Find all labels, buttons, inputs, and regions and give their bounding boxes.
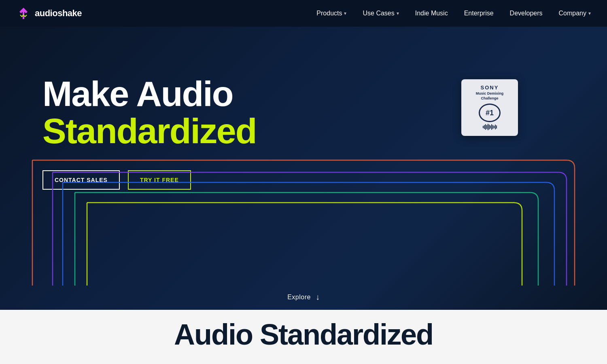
nav-link-developers[interactable]: Developers (510, 10, 543, 17)
sony-badge-rank: #1 (486, 109, 494, 117)
sony-badge-subtitle: Music Demixing (476, 91, 504, 95)
arrow-down-icon: ↓ (316, 292, 320, 302)
sony-badge: SONY Music Demixing Challenge #1 (461, 79, 518, 136)
logo[interactable]: audioshake (16, 6, 82, 21)
sony-badge-subtitle2: Challenge (481, 96, 498, 100)
chevron-down-icon: ▾ (397, 11, 399, 16)
hero-section: Make Audio Standardized CONTACT SALES TR… (0, 27, 607, 310)
explore-button[interactable]: Explore ↓ (287, 292, 320, 302)
contact-sales-button[interactable]: CONTACT SALES (42, 170, 120, 190)
nav-link-indie-music[interactable]: Indie Music (415, 10, 448, 17)
bottom-section: Audio Standardized (0, 310, 607, 364)
nav-item-enterprise[interactable]: Enterprise (464, 10, 494, 17)
nav-link-use-cases[interactable]: Use Cases ▾ (363, 10, 399, 17)
nav-links: Products ▾ Use Cases ▾ Indie Music Enter… (316, 10, 591, 17)
try-free-button[interactable]: TRY IT FREE (128, 170, 191, 190)
nav-item-use-cases[interactable]: Use Cases ▾ (363, 10, 399, 17)
nav-link-company[interactable]: Company ▾ (559, 10, 591, 17)
nav-item-company[interactable]: Company ▾ (559, 10, 591, 17)
logo-text: audioshake (35, 8, 82, 19)
headline-accent: Standardized (42, 111, 257, 151)
navigation: audioshake Products ▾ Use Cases ▾ Indie … (0, 0, 607, 27)
sony-badge-circle: #1 (479, 104, 501, 122)
nav-item-developers[interactable]: Developers (510, 10, 543, 17)
nav-item-indie-music[interactable]: Indie Music (415, 10, 448, 17)
nav-link-products[interactable]: Products ▾ (316, 10, 346, 17)
nav-item-products[interactable]: Products ▾ (316, 10, 346, 17)
bottom-title: Audio Standardized (174, 318, 433, 351)
sony-waveform (483, 124, 497, 130)
chevron-down-icon: ▾ (588, 11, 591, 16)
chevron-down-icon: ▾ (344, 11, 346, 16)
explore-label: Explore (287, 294, 311, 301)
logo-icon (16, 6, 31, 21)
hero-buttons: CONTACT SALES TRY IT FREE (42, 170, 565, 190)
hero-headline: Make Audio Standardized (42, 75, 447, 150)
nav-link-enterprise[interactable]: Enterprise (464, 10, 494, 17)
sony-badge-title: SONY (481, 85, 499, 91)
